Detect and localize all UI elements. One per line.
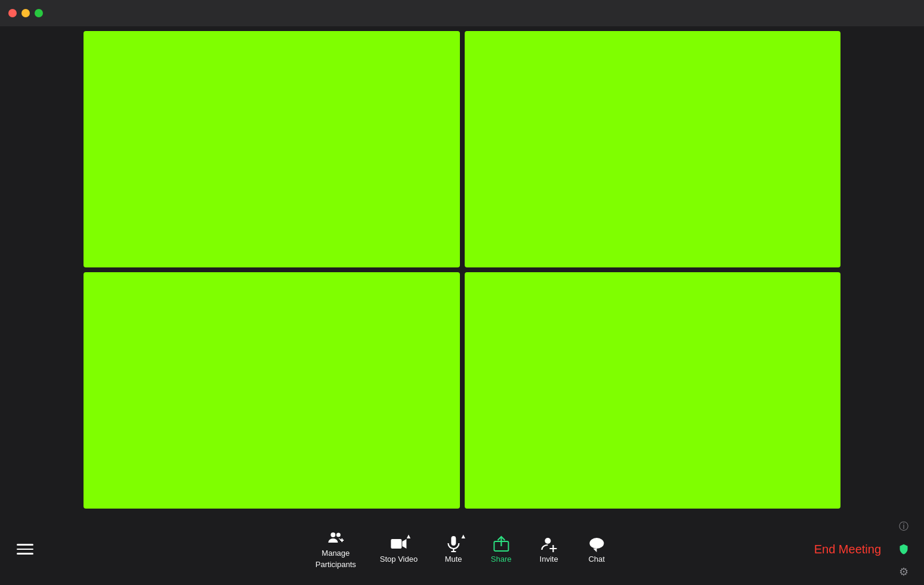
info-icon[interactable]: ⓘ: [895, 518, 912, 535]
manage-participants-label2: Participants: [316, 560, 356, 569]
side-icons: ⓘ ⚙: [895, 518, 912, 580]
stop-video-button[interactable]: ▲ Stop Video: [368, 531, 429, 568]
close-button[interactable]: [8, 9, 17, 17]
stop-video-label: Stop Video: [380, 555, 418, 564]
invite-label: Invite: [540, 555, 558, 564]
svg-rect-6: [451, 536, 456, 546]
mute-icon: ▲: [445, 535, 462, 552]
video-grid: [0, 26, 924, 513]
svg-rect-4: [391, 539, 401, 549]
svg-marker-14: [593, 549, 597, 552]
toolbar-right: End Meeting ⓘ ⚙: [805, 518, 912, 580]
share-label: Share: [491, 555, 512, 564]
toolbar-center-buttons: Manage Participants ▲ Stop Video: [304, 525, 620, 574]
settings-icon[interactable]: ⚙: [895, 564, 912, 580]
svg-point-10: [545, 538, 551, 544]
invite-button[interactable]: Invite: [525, 531, 573, 568]
toolbar: Manage Participants ▲ Stop Video: [0, 513, 924, 585]
mute-button[interactable]: ▲ Mute: [429, 531, 477, 568]
video-tile-2: [465, 31, 841, 267]
hamburger-menu-button[interactable]: [12, 539, 38, 559]
video-tile-3: [84, 272, 460, 509]
svg-marker-5: [402, 539, 406, 549]
stop-video-icon: ▲: [390, 535, 407, 552]
title-bar: [0, 0, 924, 26]
share-button[interactable]: Share: [477, 531, 525, 568]
shield-icon[interactable]: [895, 541, 912, 558]
mute-label: Mute: [445, 555, 462, 564]
chat-label: Chat: [588, 555, 604, 564]
minimize-button[interactable]: [21, 9, 30, 17]
share-icon: [493, 535, 509, 552]
chat-icon: [588, 535, 605, 552]
manage-participants-label: Manage: [322, 549, 350, 558]
video-tile-4: [465, 272, 841, 509]
manage-participants-icon: [327, 529, 344, 546]
svg-point-0: [331, 532, 336, 537]
chat-button[interactable]: Chat: [573, 531, 620, 568]
invite-icon: [540, 535, 557, 552]
svg-point-1: [336, 533, 341, 537]
manage-participants-button[interactable]: Manage Participants: [304, 525, 368, 574]
end-meeting-label: End Meeting: [814, 543, 881, 556]
hamburger-line-3: [17, 553, 33, 555]
hamburger-line-2: [17, 549, 33, 550]
svg-point-13: [589, 538, 604, 549]
video-tile-1: [84, 31, 460, 267]
hamburger-line-1: [17, 544, 33, 546]
end-meeting-button[interactable]: End Meeting: [805, 538, 891, 561]
maximize-button[interactable]: [35, 9, 43, 17]
